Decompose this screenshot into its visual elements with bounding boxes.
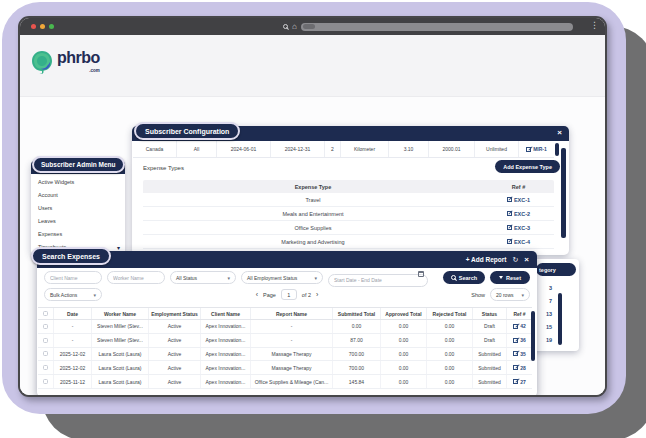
cell-ref: 27 [507,375,532,388]
app-header: phrbo .com [20,35,605,97]
config-ref-link[interactable]: MIR-1 [526,146,547,152]
expense-types-header-row: Expense Type Ref # [143,180,554,193]
prev-page-icon[interactable]: ‹ [256,291,258,298]
expenses-table-scrollbar[interactable] [531,311,535,361]
ref-cell: EXC-3 [483,221,554,234]
col-report-name: Report Name [251,308,333,319]
col-expense-type: Expense Type [143,180,483,193]
close-window-icon[interactable] [31,24,36,29]
cell-worker: Laura Scott (Laura) [92,348,149,361]
cell-report: - [251,334,333,347]
cell-rejected: 0.00 [427,348,473,361]
calendar-icon[interactable] [418,271,424,277]
search-icon[interactable] [283,24,288,29]
ref-link[interactable]: EXC-3 [507,225,530,231]
table-row: Marketing and Advertising EXC-4 [143,235,554,249]
page-of-label: of 2 [302,292,311,298]
client-name-input[interactable] [44,271,102,284]
row-checkbox[interactable] [43,324,48,329]
config-cell-end-date: 2024-12-31 [271,141,325,157]
menu-item-active-widgets[interactable]: Active Widgets [31,175,125,188]
ref-text: EXC-4 [514,239,530,245]
cell-rejected: 0.00 [427,334,473,347]
add-expense-type-button[interactable]: Add Expense Type [495,160,560,173]
subscriber-configuration-badge[interactable]: Subscriber Configuration [134,122,240,140]
maximize-window-icon[interactable] [49,24,54,29]
search-expenses-panel: + Add Report ↻ × Search Expenses All Sta… [37,251,537,397]
home-icon[interactable]: ⌂ [292,23,297,31]
config-cell-unit: Kilometer [341,141,389,157]
menu-item-account[interactable]: Account [31,188,125,201]
chevron-down-icon[interactable]: ▾ [117,244,120,251]
cell-report: Massage Therapy [251,361,333,374]
ref-link[interactable]: 28 [513,365,526,371]
cell-rejected: 0.00 [427,375,473,388]
config-row-scrollbar[interactable] [555,143,559,156]
date-range-input[interactable] [328,274,428,287]
row-checkbox[interactable] [43,351,48,356]
table-row[interactable]: 2025-12-02 Laura Scott (Laura) Active Ap… [38,348,532,362]
panel-scrollbar[interactable] [561,148,566,238]
col-ref: Ref # [483,180,554,193]
cell-status: Submitted [473,361,507,374]
admin-menu-list: Active Widgets Account Users Leaves Expe… [31,175,125,253]
search-button[interactable]: Search [443,271,485,284]
cell-client: Apex Innovation... [201,375,251,388]
menu-item-leaves[interactable]: Leaves [31,214,125,227]
row-checkbox[interactable] [43,365,48,370]
ref-link[interactable]: 42 [513,323,526,329]
traffic-lights [27,24,54,29]
refresh-icon[interactable]: ↻ [512,256,518,263]
add-category-button-partial[interactable]: tegory [536,263,576,276]
cell-approved: 0.00 [381,361,427,374]
ref-link[interactable]: EXC-4 [507,239,530,245]
expenses-table: Date Worker Name Employment Status Clien… [38,307,532,389]
subscriber-admin-menu-badge[interactable]: Subscriber Admin Menu [32,156,125,173]
close-icon[interactable]: × [557,129,562,137]
table-row[interactable]: 2025-12-02 Laura Scott (Laura) Active Ap… [38,361,532,375]
url-bar[interactable] [301,23,573,31]
worker-name-input[interactable] [107,271,165,284]
table-row[interactable]: - Steven Miller (Stev... Active Apex Inn… [38,334,532,348]
category-panel-scrollbar[interactable] [558,293,562,345]
reset-button[interactable]: Reset [490,271,530,284]
cell-report: Office Supplies & Mileage (Can... [251,375,333,388]
rows-per-page-select[interactable]: 20 rows▾ [490,288,530,301]
col-employment-status: Employment Status [149,308,201,319]
filter-row: All Status▾ All Employment Status▾ Searc… [37,271,537,284]
status-select[interactable]: All Status▾ [170,271,236,284]
col-client-name: Client Name [201,308,251,319]
search-expenses-badge[interactable]: Search Expenses [31,247,111,265]
browser-menu-icon[interactable]: ⋮ [590,20,599,30]
ref-link[interactable]: EXC-1 [507,197,530,203]
ref-text: EXC-2 [514,211,530,217]
next-page-icon[interactable]: › [316,291,318,298]
close-icon[interactable]: × [524,256,529,264]
ref-link[interactable]: 27 [513,379,526,385]
row-checkbox[interactable] [43,379,48,384]
employment-status-select[interactable]: All Employment Status▾ [241,271,323,284]
row-checkbox[interactable] [43,338,48,343]
row-select-cell [38,320,54,333]
col-date: Date [54,308,92,319]
cell-ref: 36 [507,334,532,347]
ref-link[interactable]: 36 [513,337,526,343]
menu-item-expenses[interactable]: Expenses [31,227,125,240]
cell-date: - [54,334,92,347]
minimize-window-icon[interactable] [40,24,45,29]
menu-item-users[interactable]: Users [31,201,125,214]
cell-client: Apex Innovation... [201,334,251,347]
table-row[interactable]: 2025-11-12 Laura Scott (Laura) Active Ap… [38,375,532,389]
scene: ⌂ ⋮ phrbo .com [0,0,646,438]
page-number-input[interactable]: 1 [281,289,297,300]
table-row[interactable]: - Steven Miller (Stev... Active Apex Inn… [38,320,532,334]
app-logo[interactable]: phrbo .com [29,49,100,75]
ref-link[interactable]: 35 [513,351,526,357]
select-all-checkbox[interactable] [43,311,48,316]
favicon [303,24,315,29]
add-report-button[interactable]: + Add Report [466,256,507,263]
col-approved-total: Approved Total [381,308,427,319]
ref-link[interactable]: EXC-2 [507,211,530,217]
chevron-down-icon: ▾ [521,292,524,298]
config-cell-ref: MIR-1 [519,141,554,157]
